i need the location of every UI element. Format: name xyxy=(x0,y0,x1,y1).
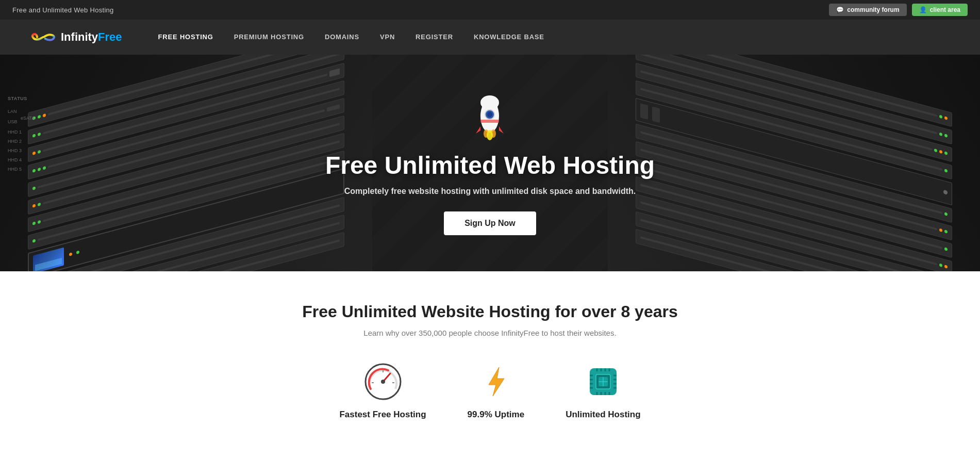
svg-point-3 xyxy=(487,112,492,117)
top-bar: Free and Unlimited Web Hosting 💬 communi… xyxy=(0,0,980,20)
features-section: Free Unlimited Website Hosting for over … xyxy=(0,271,980,440)
nav-vpn[interactable]: VPN xyxy=(370,20,405,55)
brand-logo[interactable]: InfinityFree xyxy=(31,29,122,45)
feature-unlimited: Unlimited Hosting xyxy=(566,363,640,420)
chat-icon: 💬 xyxy=(836,6,844,13)
user-icon: 👤 xyxy=(919,6,927,13)
hero-section: STATUS LAN USB eSATA HHD 1 HHD 2 HHD 3 H… xyxy=(0,55,980,271)
top-bar-actions: 💬 community forum 👤 client area xyxy=(829,4,968,16)
features-grid: Fastest Free Hosting 99.9% Uptime xyxy=(31,363,949,420)
features-title: Free Unlimited Website Hosting for over … xyxy=(31,302,949,321)
nav-premium-hosting[interactable]: PREMIUM HOSTING xyxy=(224,20,314,55)
client-area-button[interactable]: 👤 client area xyxy=(912,4,968,16)
svg-point-12 xyxy=(381,380,385,384)
chip-icon xyxy=(585,363,622,402)
features-subtitle: Learn why over 350,000 people choose Inf… xyxy=(31,329,949,337)
feature-speed-label: Fastest Free Hosting xyxy=(339,410,426,420)
feature-uptime-label: 99.9% Uptime xyxy=(468,410,525,420)
nav-knowledge-base[interactable]: KNOWLEDGE BASE xyxy=(463,20,555,55)
svg-point-1 xyxy=(480,95,499,110)
community-forum-button[interactable]: 💬 community forum xyxy=(829,4,906,16)
svg-point-8 xyxy=(487,130,493,140)
hero-title: Free Unlimited Web Hosting xyxy=(325,151,655,179)
feature-speed: Fastest Free Hosting xyxy=(339,363,426,420)
svg-marker-4 xyxy=(476,126,480,134)
nav-links: FREE HOSTING PREMIUM HOSTING DOMAINS VPN… xyxy=(148,20,555,55)
feature-unlimited-label: Unlimited Hosting xyxy=(566,410,640,420)
nav-register[interactable]: REGISTER xyxy=(405,20,463,55)
navbar: InfinityFree FREE HOSTING PREMIUM HOSTIN… xyxy=(0,20,980,55)
svg-rect-9 xyxy=(480,120,499,123)
lightning-icon xyxy=(477,363,514,402)
signup-button[interactable]: Sign Up Now xyxy=(444,211,536,235)
svg-marker-5 xyxy=(499,126,504,134)
speedometer-icon xyxy=(364,363,402,402)
brand-text: InfinityFree xyxy=(61,30,122,44)
hero-subtitle: Completely free website hosting with unl… xyxy=(325,187,655,196)
nav-free-hosting[interactable]: FREE HOSTING xyxy=(148,20,224,55)
feature-uptime: 99.9% Uptime xyxy=(468,363,525,420)
infinity-icon xyxy=(31,29,56,45)
nav-domains[interactable]: DOMAINS xyxy=(314,20,370,55)
rocket-icon xyxy=(467,91,513,143)
hero-content: Free Unlimited Web Hosting Completely fr… xyxy=(315,91,665,235)
top-bar-title: Free and Unlimited Web Hosting xyxy=(12,6,114,14)
svg-marker-16 xyxy=(489,367,504,396)
